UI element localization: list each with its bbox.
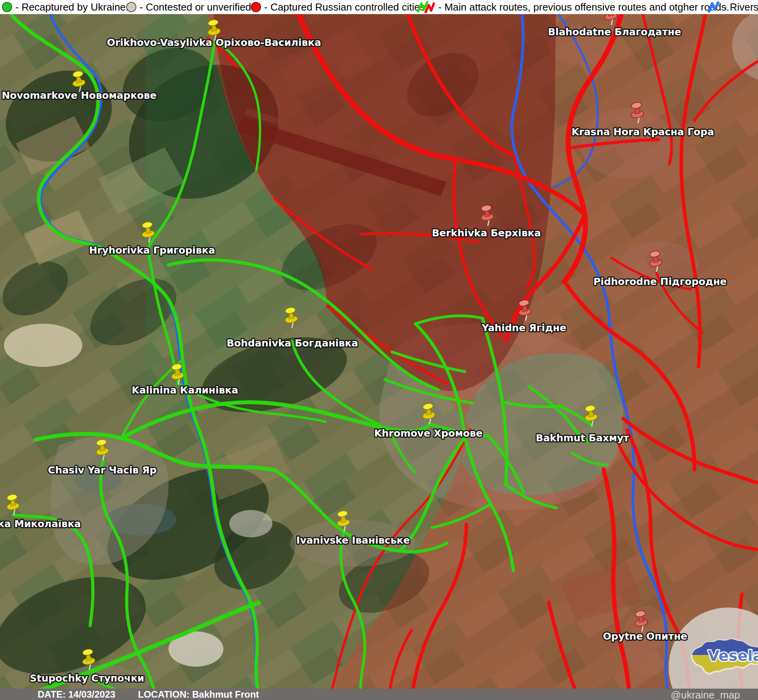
legend-item-attack-routes: - Main attack routes, previous offensive… — [416, 0, 729, 14]
map-label-khromove: Khromove Хромове — [374, 428, 483, 439]
attack-routes-squiggle-icon — [416, 1, 435, 13]
map-label-blahodatne: Blahodatne Благодатне — [548, 26, 681, 38]
contested-circle-icon — [126, 2, 136, 12]
legend-item-contested: - Contested or unverified. — [126, 0, 254, 14]
bakhmut-front-map-post: - Recaptured by Ukraine. - Contested or … — [0, 0, 758, 700]
map-canvas: Vesela DolOrikhovo-Vasylivka Оріхово-Вас… — [0, 14, 758, 689]
map-label-pidhorodne: Pidhorodne Підгородне — [593, 276, 727, 287]
legend-label: - Captured Russian controlled cities. — [264, 1, 428, 13]
map-label-berkhivka: Berkhivka Берхівка — [432, 227, 541, 239]
map-label-yahidne: Yahidne Ягідне — [481, 322, 566, 334]
map-label-stupochky: Stupochky Ступочки — [30, 673, 144, 684]
map-label-krasna-hora: Krasna Hora Красна Гора — [571, 126, 714, 138]
map-label-opytne: Opytne Опитне — [603, 631, 687, 642]
logo-text: Vesela Dol — [708, 647, 758, 664]
map-label-hryhorivka: Hryhorivka Григорівка — [89, 245, 215, 256]
map-label-kalinina: Kalinina Калинівка — [132, 384, 238, 396]
legend-label: - Rivers — [724, 1, 758, 13]
legend-label: - Contested or unverified. — [140, 1, 254, 13]
rivers-squiggle-icon — [706, 1, 720, 13]
footer-location: LOCATION: Bakhmut Front — [138, 689, 259, 700]
legend-label: - Recaptured by Ukraine. — [15, 1, 129, 13]
map-label-mykolaivka: ка Миколаївка — [0, 518, 81, 530]
legend-item-recaptured: - Recaptured by Ukraine. — [2, 0, 129, 14]
footer-handle: @ukraine_map — [671, 689, 740, 700]
map-label-bakhmut: Bakhmut Бахмут — [536, 432, 629, 444]
map-image: Vesela DolOrikhovo-Vasylivka Оріхово-Вас… — [0, 14, 758, 689]
map-label-orikhovo-vasylivka: Orikhovo-Vasylivka Оріхово-Василівка — [107, 37, 321, 48]
recaptured-circle-icon — [2, 2, 12, 12]
legend-label: - Main attack routes, previous offensive… — [438, 1, 729, 13]
footer-date: DATE: 14/03/2023 — [38, 689, 115, 700]
map-label-chasiv-yar: Chasiv Yar Часів Яр — [48, 464, 156, 476]
legend-bar: - Recaptured by Ukraine. - Contested or … — [0, 0, 758, 14]
map-label-ivanivske: Ivanivske Іванівське — [296, 535, 410, 546]
map-label-bohdanivka: Bohdanivka Богданівка — [227, 337, 358, 349]
legend-item-rivers: - Rivers — [706, 0, 758, 14]
legend-item-captured: - Captured Russian controlled cities. — [251, 0, 428, 14]
map-label-novomarkove: Novomarkove Новомаркове — [2, 90, 156, 101]
captured-circle-icon — [251, 2, 261, 12]
footer-bar: DATE: 14/03/2023 LOCATION: Bakhmut Front… — [0, 689, 758, 700]
